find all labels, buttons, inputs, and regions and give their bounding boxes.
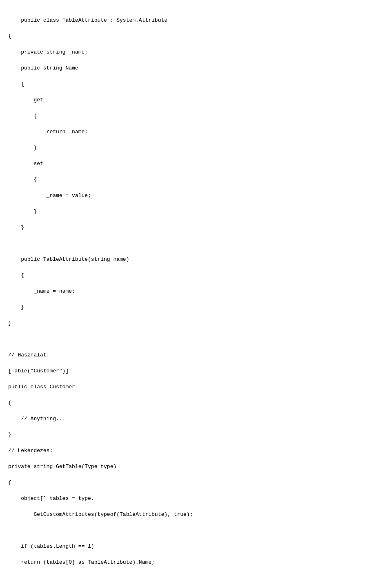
code-line-21: [Table("Customer")] — [8, 368, 69, 374]
code-line-32: return (tables[0] as TableAttribute).Nam… — [8, 559, 155, 565]
code-line-18: } — [8, 304, 24, 310]
code-line-24: // Anything... — [8, 416, 65, 422]
code-line-6: get — [8, 97, 43, 103]
code-line-25: } — [8, 432, 11, 438]
code-line-28: { — [8, 479, 11, 486]
code-line-22: public class Customer — [8, 384, 75, 390]
code-line-20: // Hasznalat: — [8, 352, 49, 358]
code-line-16: { — [8, 272, 24, 278]
code-line-26: // Lekerdezes: — [8, 448, 53, 454]
code-line-30: GetCustomAttributes(typeof(TableAttribut… — [8, 511, 193, 517]
code-line-19: } — [8, 320, 11, 326]
page-container: public class TableAttribute : System.Att… — [0, 0, 392, 569]
code-line-29: object[] tables = type. — [8, 495, 94, 502]
code-block: public class TableAttribute : System.Att… — [8, 4, 384, 569]
code-line-13: } — [8, 208, 37, 215]
code-line-15: public TableAttribute(string name) — [8, 256, 129, 262]
code-line-4: public string Name — [8, 65, 78, 71]
code-line-23: { — [8, 400, 11, 406]
code-line-27: private string GetTable(Type type) — [8, 464, 116, 470]
code-line-14: } — [8, 224, 24, 231]
code-line-1: public class TableAttribute : System.Att… — [21, 17, 167, 23]
code-line-31: if (tables.Length == 1) — [8, 543, 94, 549]
code-line-8: return _name; — [8, 129, 88, 135]
code-line-3: private string _name; — [8, 49, 88, 55]
code-line-17: _name = name; — [8, 288, 75, 294]
code-line-7: { — [8, 113, 37, 119]
code-line-5: { — [8, 81, 24, 87]
code-line-11: { — [8, 177, 37, 183]
code-line-12: _name = value; — [8, 193, 91, 199]
code-line-2: { — [8, 33, 11, 39]
code-line-9: } — [8, 145, 37, 151]
code-line-10: set — [8, 161, 43, 167]
